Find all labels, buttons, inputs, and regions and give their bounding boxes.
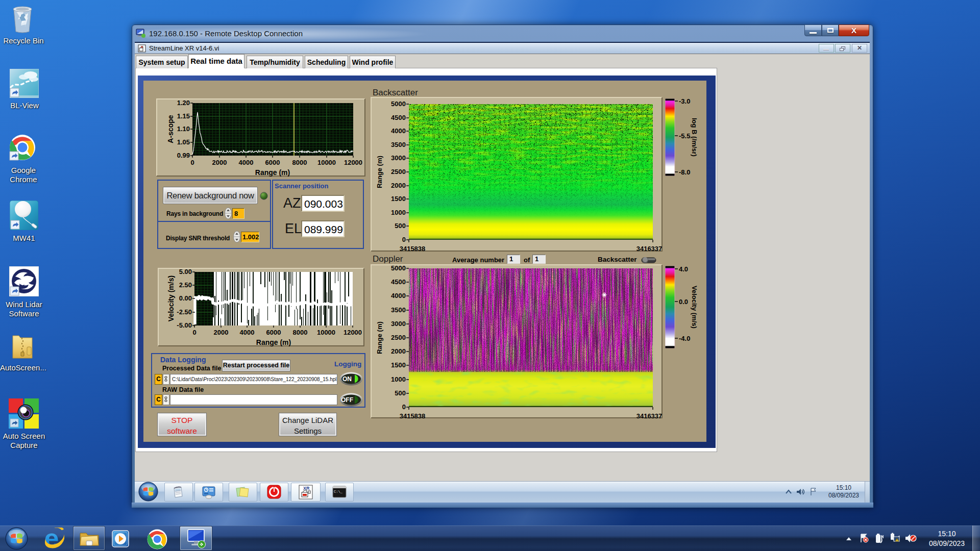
svg-text:3500: 3500 (391, 306, 406, 314)
svg-text:0: 0 (402, 403, 406, 411)
svg-text:C:\_: C:\_ (334, 490, 343, 494)
svg-text:Velocity (m/s): Velocity (m/s) (167, 276, 175, 321)
svg-text:Range (m): Range (m) (376, 156, 383, 188)
svg-text:3416337: 3416337 (636, 245, 663, 252)
svg-text:4000: 4000 (391, 292, 406, 299)
svg-text:5000: 5000 (391, 264, 406, 272)
svg-text:4000: 4000 (240, 329, 255, 336)
svg-text:0: 0 (402, 236, 406, 243)
svg-text:-5.00: -5.00 (177, 321, 192, 329)
svg-text:1.15: 1.15 (177, 112, 190, 120)
svg-text:12000: 12000 (344, 329, 362, 336)
svg-text:0.99: 0.99 (177, 152, 190, 159)
svg-text:2000: 2000 (391, 182, 406, 189)
svg-text:-3.0: -3.0 (679, 98, 690, 105)
svg-text:2.50: 2.50 (179, 281, 192, 289)
svg-text:ON: ON (342, 375, 352, 383)
svg-text:!: ! (896, 538, 897, 541)
svg-text:-5.5: -5.5 (679, 132, 690, 140)
svg-text:-8.0: -8.0 (679, 168, 690, 176)
svg-text:2000: 2000 (212, 159, 227, 166)
svg-text:5.00: 5.00 (179, 268, 192, 276)
svg-text:3500: 3500 (391, 141, 406, 148)
svg-text:0.00: 0.00 (179, 294, 192, 302)
svg-text:3415838: 3415838 (400, 245, 426, 252)
svg-text:8000: 8000 (292, 159, 307, 166)
svg-text:8000: 8000 (293, 329, 308, 336)
svg-text:10000: 10000 (317, 329, 335, 336)
svg-text:1.05: 1.05 (177, 138, 190, 146)
svg-text:1000: 1000 (391, 375, 406, 383)
svg-text:3000: 3000 (391, 320, 406, 328)
svg-text:0.0: 0.0 (679, 298, 688, 306)
svg-text:4000: 4000 (239, 159, 254, 166)
svg-text:4000: 4000 (391, 127, 406, 135)
svg-text:2500: 2500 (391, 168, 406, 176)
svg-text:A-scope: A-scope (166, 115, 175, 143)
svg-text:-4.0: -4.0 (679, 335, 690, 342)
svg-text:1500: 1500 (391, 195, 406, 203)
svg-text:2000: 2000 (391, 347, 406, 355)
svg-text:1.20: 1.20 (177, 99, 190, 107)
svg-text:OFF: OFF (341, 396, 353, 404)
svg-text:5000: 5000 (391, 100, 406, 108)
svg-text:0: 0 (192, 329, 196, 336)
svg-text:1000: 1000 (391, 209, 406, 216)
svg-text:1.10: 1.10 (177, 125, 190, 133)
svg-text:-2.50: -2.50 (177, 308, 192, 316)
svg-text:3415838: 3415838 (400, 412, 426, 418)
svg-text:1500: 1500 (391, 361, 406, 369)
svg-text:12000: 12000 (344, 159, 362, 166)
svg-text:Range (m): Range (m) (376, 321, 383, 354)
svg-text:6000: 6000 (266, 329, 281, 336)
svg-text:3416337: 3416337 (636, 412, 663, 418)
svg-text:4500: 4500 (391, 278, 406, 286)
svg-text:4.0: 4.0 (679, 266, 688, 273)
svg-text:3000: 3000 (391, 154, 406, 162)
svg-text:6000: 6000 (265, 159, 280, 166)
svg-text:Range (m): Range (m) (255, 168, 290, 177)
svg-text:2000: 2000 (214, 329, 229, 336)
svg-text:10000: 10000 (317, 159, 336, 166)
svg-text:4500: 4500 (391, 114, 406, 121)
svg-text:2500: 2500 (391, 334, 406, 341)
svg-text:500: 500 (395, 222, 406, 230)
svg-text:500: 500 (395, 389, 406, 397)
svg-text:0: 0 (190, 159, 194, 166)
svg-text:Range (m): Range (m) (256, 338, 291, 346)
